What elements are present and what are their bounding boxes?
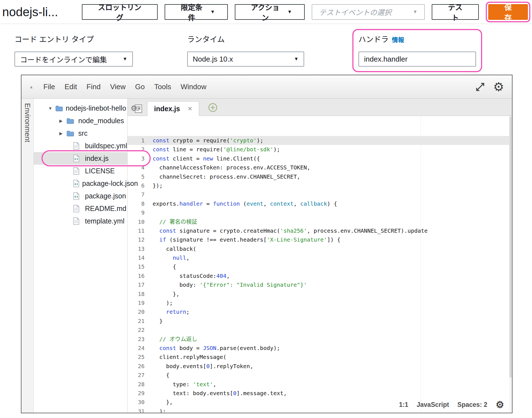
menu-view[interactable]: View: [110, 82, 126, 91]
code-line[interactable]: 21 }: [128, 317, 512, 325]
code-line[interactable]: 23 // オウム返し: [128, 335, 512, 344]
code-editor[interactable]: 1const crypto = require('crypto');2const…: [128, 116, 512, 413]
line-number: 14: [128, 253, 149, 262]
code-line[interactable]: 26 body.events[0].replyToken,: [128, 362, 512, 371]
file-icon: [73, 142, 82, 150]
code-text: const crypto = require('crypto');: [149, 136, 263, 145]
tree-item-buildspec-yml[interactable]: buildspec.yml: [34, 140, 127, 152]
code-text: callback(: [149, 244, 196, 253]
test-event-select[interactable]: テストイベントの選択 ▼: [312, 4, 424, 20]
line-number: 1: [128, 136, 149, 145]
menu-edit[interactable]: Edit: [65, 82, 77, 91]
code-line[interactable]: 7: [128, 190, 512, 199]
environment-tab[interactable]: Environment: [23, 103, 31, 413]
close-tab-icon[interactable]: ×: [188, 105, 192, 113]
indent-setting[interactable]: Spaces: 2: [457, 401, 487, 409]
tree-item-package-lock-json[interactable]: package-lock.json: [34, 177, 127, 190]
editor-settings-gear-icon[interactable]: ⚙: [496, 400, 504, 409]
code-text: return;: [149, 307, 189, 316]
cursor-position[interactable]: 1:1: [399, 401, 408, 409]
line-number: 24: [128, 344, 149, 353]
code-line[interactable]: 5 channelSecret: process.env.CHANNEL_SEC…: [128, 172, 512, 181]
code-line[interactable]: 22: [128, 325, 512, 334]
menu-window[interactable]: Window: [180, 82, 206, 91]
runtime-select[interactable]: Node.js 10.x ▼: [187, 52, 304, 67]
tree-item-license[interactable]: LICENSE: [34, 165, 127, 177]
tree-item-nodejs-linebot-hello[interactable]: ▼nodejs-linebot-hello⚙▾: [34, 102, 127, 115]
scrollbar-thumb[interactable]: [509, 116, 512, 378]
editor-scrollbar[interactable]: [509, 116, 512, 413]
code-line[interactable]: 15 {: [128, 262, 512, 271]
save-button[interactable]: 保存: [488, 4, 528, 20]
throttle-button[interactable]: スロットリング: [82, 4, 158, 20]
code-line[interactable]: 19 );: [128, 298, 512, 307]
code-line[interactable]: 1const crypto = require('crypto');: [128, 136, 512, 145]
tree-item-readme-md[interactable]: README.md: [34, 202, 127, 215]
code-text: );: [149, 298, 173, 307]
handler-input[interactable]: [358, 52, 476, 67]
tree-item-src[interactable]: ▶src: [34, 127, 127, 140]
code-line[interactable]: 2const line = require('@line/bot-sdk');: [128, 145, 512, 154]
menu-find[interactable]: Find: [87, 82, 101, 91]
tree-item-index-js[interactable]: index.js: [34, 152, 127, 165]
line-number: 19: [128, 298, 149, 307]
language-mode[interactable]: JavaScript: [417, 401, 449, 409]
tree-item-label: package.json: [85, 192, 126, 200]
handler-info-link[interactable]: 情報: [392, 37, 404, 43]
code-entry-select[interactable]: コードをインラインで編集 ▼: [14, 52, 133, 67]
code-text: [149, 325, 153, 334]
expand-icon[interactable]: ▶: [59, 118, 67, 123]
line-number: 9: [128, 208, 149, 217]
code-text: const client = new line.Client({: [149, 154, 260, 163]
line-number: 18: [128, 290, 149, 298]
code-line[interactable]: 25 client.replyMessage(: [128, 353, 512, 361]
tree-item-package-json[interactable]: package.json: [34, 190, 127, 202]
tree-item-template-yml[interactable]: template.yml: [34, 215, 127, 227]
qualifiers-button[interactable]: 限定条件 ▼: [165, 4, 228, 20]
code-line[interactable]: 9: [128, 208, 512, 217]
code-file-icon: [73, 179, 79, 188]
code-line[interactable]: 10 // 署名の検証: [128, 217, 512, 226]
code-line[interactable]: 27 {: [128, 371, 512, 380]
menu-go[interactable]: Go: [135, 82, 145, 91]
tab-index-js[interactable]: index.js ×: [147, 101, 199, 116]
fullscreen-icon[interactable]: [475, 82, 485, 92]
code-line[interactable]: 13 callback(: [128, 244, 512, 253]
function-header: nodejs-li... スロットリング 限定条件 ▼ アクション ▼ テストイ…: [0, 0, 532, 24]
code-line[interactable]: 20 return;: [128, 307, 512, 316]
line-number: 12: [128, 235, 149, 244]
code-line[interactable]: 17 body: '{"Error": "Invalid Signature"}…: [128, 280, 512, 289]
code-line[interactable]: 6});: [128, 181, 512, 190]
preferences-gear-icon[interactable]: ⚙: [493, 81, 504, 93]
tree-item-node-modules[interactable]: ▶node_modules: [34, 115, 127, 127]
line-number: 17: [128, 280, 149, 289]
code-line[interactable]: 12 if (signature !== event.headers['X-Li…: [128, 235, 512, 244]
expand-icon[interactable]: ▶: [59, 131, 67, 136]
code-line[interactable]: 18 },: [128, 290, 512, 298]
editor-pane: index.js × 1const crypto = require('cryp…: [128, 99, 512, 413]
code-line[interactable]: 8exports.handler = function (event, cont…: [128, 199, 512, 208]
code-line[interactable]: 14 null,: [128, 253, 512, 262]
ide-menubar: ▲ FileEditFindViewGoToolsWindow ⚙: [21, 75, 512, 99]
code-line[interactable]: 11 const signature = crypto.createHmac('…: [128, 226, 512, 235]
code-line[interactable]: 29 text: body.events[0].message.text,: [128, 389, 512, 398]
code-text: text: body.events[0].message.text,: [149, 389, 287, 398]
collapse-icon[interactable]: ▼: [48, 106, 55, 111]
new-tab-icon[interactable]: [208, 103, 218, 112]
code-text: const body = JSON.parse(event.body);: [149, 344, 280, 353]
code-line[interactable]: 3const client = new line.Client({: [128, 154, 512, 163]
actions-button[interactable]: アクション ▼: [235, 4, 305, 20]
line-number: 20: [128, 307, 149, 316]
code-line[interactable]: 28 type: 'text',: [128, 380, 512, 389]
file-tree: ▼nodejs-linebot-hello⚙▾▶node_modules▶src…: [34, 99, 128, 413]
menu-tools[interactable]: Tools: [154, 82, 171, 91]
handler-label-text: ハンドラ: [358, 35, 389, 44]
menu-file[interactable]: File: [43, 82, 55, 91]
code-line[interactable]: 24 const body = JSON.parse(event.body);: [128, 344, 512, 353]
code-line[interactable]: 4 channelAccessToken: process.env.ACCESS…: [128, 163, 512, 172]
folder-settings-gear-icon[interactable]: ⚙▾: [131, 104, 140, 113]
test-button[interactable]: テスト: [432, 4, 479, 20]
collapse-menubar-icon[interactable]: ▲: [29, 84, 33, 89]
code-text: null,: [149, 253, 189, 262]
code-line[interactable]: 16 statusCode:404,: [128, 271, 512, 280]
